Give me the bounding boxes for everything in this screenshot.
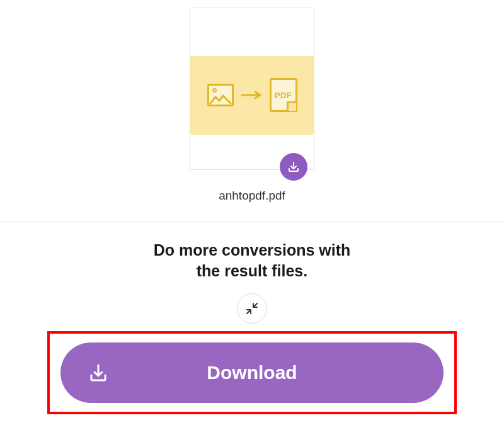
pdf-label: PDF xyxy=(275,91,292,100)
heading: Do more conversions with the result file… xyxy=(154,240,351,281)
download-icon xyxy=(287,160,301,174)
pdf-icon: PDF xyxy=(270,78,297,112)
compress-icon xyxy=(246,302,258,315)
file-thumbnail: PDF xyxy=(190,56,314,135)
download-button-label: Download xyxy=(60,362,444,383)
download-highlight-box: Download xyxy=(47,331,457,414)
heading-line-1: Do more conversions with xyxy=(154,240,351,261)
divider xyxy=(0,222,504,222)
heading-line-2: the result files. xyxy=(154,261,351,281)
download-button[interactable]: Download xyxy=(60,342,444,403)
file-card[interactable]: PDF xyxy=(190,8,314,170)
download-icon xyxy=(87,361,110,384)
compress-button[interactable] xyxy=(237,293,267,324)
image-icon xyxy=(207,84,234,106)
download-badge-button[interactable] xyxy=(280,153,307,181)
arrow-right-icon xyxy=(241,91,262,99)
filename-label: anhtopdf.pdf xyxy=(219,189,285,203)
